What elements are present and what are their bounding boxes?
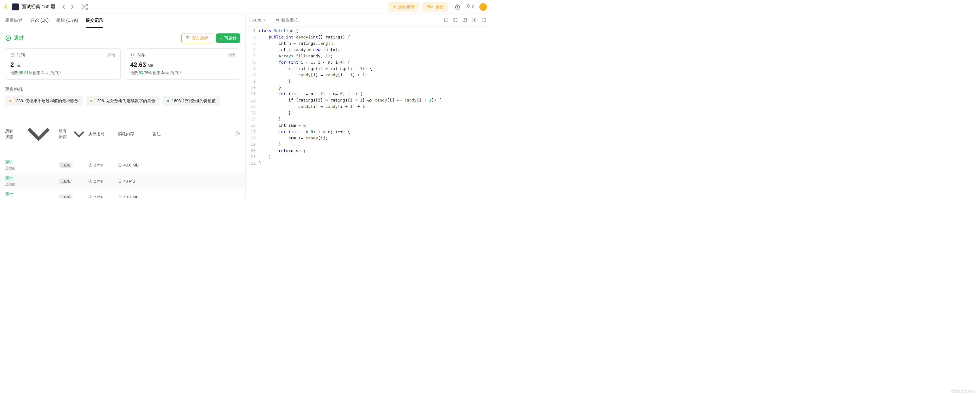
shuffle-button[interactable] — [81, 3, 88, 11]
chevron-down-icon — [70, 125, 88, 143]
language-pill: Java — [59, 179, 73, 184]
chevron-down-icon — [19, 114, 59, 154]
avatar[interactable] — [479, 3, 487, 11]
challenge-chip[interactable]: 1283. 使结果不超过阈值的最小除数 — [5, 96, 83, 106]
chip-icon — [118, 163, 122, 168]
collection-icon — [12, 3, 19, 10]
col-note: 备注 — [153, 131, 235, 137]
mode-selector[interactable]: 智能模式 — [275, 18, 298, 23]
language-pill: Java — [59, 162, 73, 168]
gear-icon[interactable] — [472, 17, 477, 23]
streak-counter[interactable]: 0 — [466, 4, 474, 10]
challenge-chips: 1283. 使结果不超过阈值的最小除数1296. 划分数组为连续数字的集合160… — [0, 96, 245, 111]
chip-icon — [130, 53, 135, 58]
clock-icon — [88, 195, 92, 198]
editor-panel: i Java 智能模式 1234567891011121314151617181… — [246, 14, 490, 198]
language-selector[interactable]: i Java — [250, 18, 266, 22]
code-editor[interactable]: 12345678910111213141516171819202122 clas… — [246, 27, 490, 166]
chip-icon — [118, 195, 122, 198]
submission-row[interactable]: 通过几秒前Java2 ms43.1 MB — [0, 189, 245, 198]
svg-rect-8 — [119, 180, 121, 182]
memory-stat-card[interactable]: 内存 详情 42.63 MB 击败 50.75% 使用 Java 的用户 — [125, 48, 240, 80]
difficulty-dot — [167, 100, 169, 102]
prev-button[interactable] — [60, 3, 67, 11]
filter-status[interactable]: 所有状态 — [5, 114, 59, 154]
bookmark-icon[interactable] — [443, 17, 449, 23]
time-detail-link[interactable]: 详情 — [108, 53, 115, 58]
col-runtime: 执行用时 — [88, 131, 118, 137]
lock-icon — [275, 18, 279, 22]
clock-icon — [10, 53, 15, 58]
col-memory: 消耗内存 — [118, 131, 153, 137]
page-title: 面试经典 150 题 — [21, 4, 56, 10]
submission-row[interactable]: 通过几秒前Java2 ms43 MB — [0, 173, 245, 189]
time-stat-card[interactable]: 时间 详情 2 ms 击败 95.81% 使用 Java 的用户 — [5, 48, 121, 80]
check-circle-icon — [5, 35, 11, 41]
filters-row: 所有状态 所有语言 执行用时 消耗内存 备注 — [0, 111, 245, 157]
topbar: 面试经典 150 题 ✦ 灵动布局 Plus 会员 0 — [0, 0, 490, 14]
memory-detail-link[interactable]: 详情 — [228, 53, 235, 58]
status-badge: 通过 — [5, 35, 24, 42]
plus-membership-button[interactable]: Plus 会员 — [422, 2, 448, 12]
submissions-table: 通过几秒前Java2 ms42.6 MB通过几秒前Java2 ms43 MB通过… — [0, 157, 245, 198]
svg-rect-13 — [277, 19, 279, 21]
clock-icon — [88, 179, 92, 184]
tab-comments[interactable]: 评论 (1K) — [30, 14, 48, 28]
sparkle-icon: ✦ — [393, 5, 396, 9]
write-solution-button[interactable]: + 写题解 — [216, 34, 240, 43]
svg-point-14 — [474, 19, 475, 21]
settings-icon[interactable] — [235, 131, 240, 137]
official-solution-button[interactable]: 官方题解 — [181, 33, 212, 43]
more-challenges-title: 更多挑战 — [0, 82, 245, 96]
leetcode-logo-icon[interactable] — [3, 4, 10, 10]
svg-rect-3 — [131, 54, 134, 56]
chevron-down-icon — [262, 18, 266, 22]
svg-rect-6 — [119, 164, 121, 166]
language-pill: Java — [59, 195, 73, 198]
next-button[interactable] — [68, 3, 76, 11]
challenge-chip[interactable]: 1296. 划分数组为连续数字的集合 — [86, 96, 160, 106]
book-icon — [186, 36, 190, 41]
tabs: 题目描述 评论 (1K) 题解 (1.7K) 提交记录 — [0, 14, 245, 28]
svg-rect-10 — [119, 196, 121, 198]
difficulty-dot — [10, 100, 11, 102]
submission-row[interactable]: 通过几秒前Java2 ms42.6 MB — [0, 157, 245, 173]
svg-point-4 — [237, 133, 239, 134]
filter-language[interactable]: 所有语言 — [59, 125, 88, 143]
tab-solutions[interactable]: 题解 (1.7K) — [56, 14, 78, 28]
timer-icon[interactable] — [454, 4, 461, 10]
tab-description[interactable]: 题目描述 — [5, 14, 23, 28]
difficulty-dot — [91, 100, 92, 102]
chip-icon — [118, 179, 122, 184]
clock-icon — [88, 163, 92, 168]
fullscreen-icon[interactable] — [481, 17, 486, 23]
challenge-chip[interactable]: 1608. 特殊数组的特征值 — [163, 96, 220, 106]
reset-icon[interactable] — [453, 17, 458, 23]
layout-button[interactable]: ✦ 灵动布局 — [388, 2, 419, 12]
fire-icon — [466, 4, 471, 10]
left-panel: 题目描述 评论 (1K) 题解 (1.7K) 提交记录 通过 官方题解 + 写题… — [0, 14, 246, 198]
tab-submissions[interactable]: 提交记录 — [86, 14, 103, 28]
plus-icon: + — [220, 36, 222, 41]
command-icon[interactable] — [462, 17, 467, 23]
